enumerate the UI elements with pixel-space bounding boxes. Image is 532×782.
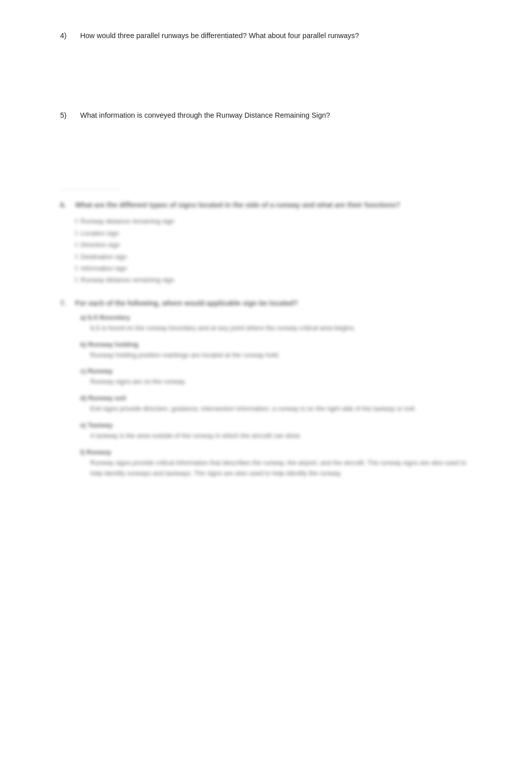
blurred-question-6: 6. What are the different types of signs… (60, 200, 472, 286)
blurred-q6-list-item: f. Direction sign (75, 239, 472, 250)
question-5-answer-space (60, 129, 472, 169)
blurred-q6-list-item: f. Information sign (75, 263, 472, 274)
blurred-q7-sub-label: f) Runway (80, 448, 472, 456)
blurred-q7-sub-label: b) Runway holding (80, 341, 472, 348)
blurred-q6-list-item: f. Location sign (75, 227, 472, 239)
blurred-q6-list-item: f. Runway distance remaining sign (75, 215, 472, 227)
blurred-q7-sub-label: d) Runway exit (80, 394, 472, 402)
blurred-q7-sub-content: Exit signs provide direction, guidance, … (90, 404, 472, 414)
blurred-question-6-title: 6. What are the different types of signs… (60, 200, 472, 210)
blurred-q7-sub-block: c) RunwayRunway signs are on the runway. (80, 367, 472, 387)
blurred-q6-text: What are the different types of signs lo… (75, 200, 400, 210)
blurred-q7-sub-block: b) Runway holdingRunway holding position… (80, 341, 472, 361)
blurred-q7-sub-block: f) RunwayRunway signs provide critical i… (80, 448, 472, 479)
blurred-q6-list-item: f. Runway distance remaining sign (75, 274, 472, 286)
blurred-q7-sub-content: Runway signs are on the runway. (90, 377, 472, 387)
blurred-q7-sub-block: e) TaxiwayA taxiway is the area outside … (80, 421, 472, 441)
blurred-q7-sub-content: ILS is found on the runway boundary and … (90, 323, 472, 334)
blurred-q7-sub-content: Runway holding position markings are loc… (90, 350, 472, 361)
question-4-text: 4) How would three parallel runways be d… (60, 30, 472, 42)
blurred-question-7: 7. For each of the following, where woul… (60, 298, 472, 479)
blurred-q6-list: f. Runway distance remaining signf. Loca… (75, 215, 472, 286)
section-divider (60, 189, 120, 190)
question-5-content: What information is conveyed through the… (80, 110, 472, 121)
blurred-q6-list-item: f. Destination sign (75, 251, 472, 263)
blurred-section: 6. What are the different types of signs… (60, 189, 472, 478)
blurred-q7-sub-block: a) ILS BoundaryILS is found on the runwa… (80, 314, 472, 334)
blurred-q7-sub-label: e) Taxiway (80, 421, 472, 429)
blurred-q6-number: 6. (60, 200, 70, 210)
blurred-q7-sub-label: a) ILS Boundary (80, 314, 472, 321)
question-4-block: 4) How would three parallel runways be d… (60, 30, 472, 90)
blurred-q7-sub-content: A taxiway is the area outside of the run… (90, 431, 472, 441)
question-4-answer-space (60, 50, 472, 90)
question-4-content: How would three parallel runways be diff… (80, 30, 472, 42)
blurred-q7-sub-label: c) Runway (80, 367, 472, 375)
question-4-number: 4) (60, 30, 74, 42)
blurred-q7-sub-block: d) Runway exitExit signs provide directi… (80, 394, 472, 414)
blurred-q7-sub-list: a) ILS BoundaryILS is found on the runwa… (80, 314, 472, 479)
blurred-q7-number: 7. (60, 298, 70, 309)
question-5-text: 5) What information is conveyed through … (60, 110, 472, 121)
question-5-number: 5) (60, 110, 74, 121)
question-5-block: 5) What information is conveyed through … (60, 110, 472, 169)
blurred-q7-sub-content: Runway signs provide critical informatio… (90, 458, 472, 479)
blurred-q7-text: For each of the following, where would a… (75, 298, 298, 309)
blurred-question-7-title: 7. For each of the following, where woul… (60, 298, 472, 309)
